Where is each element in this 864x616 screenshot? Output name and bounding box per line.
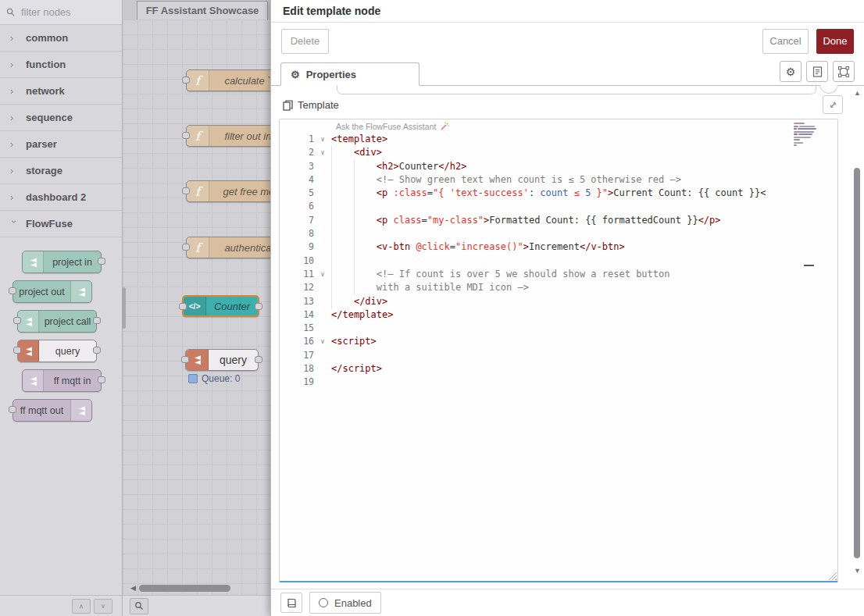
workspace-tab-bar: FF Assistant Showcase (123, 0, 270, 20)
edit-node-dialog: Edit template node Delete Cancel Done ⚙ … (270, 0, 864, 616)
node-description-button[interactable] (806, 61, 828, 82)
done-button[interactable]: Done (816, 29, 854, 54)
node-port-left[interactable] (9, 287, 16, 294)
node-port-left[interactable] (179, 303, 187, 310)
palette-node-project-out[interactable]: project out (12, 280, 92, 303)
palette-category-flowfuse[interactable]: › FlowFuse (0, 211, 122, 237)
code-line: 17 (280, 349, 837, 362)
palette-category-label: common (26, 32, 68, 44)
palette-category-storage[interactable]: › storage (0, 158, 122, 184)
palette-node-project-call[interactable]: project call (17, 310, 97, 333)
palette-category-sequence[interactable]: › sequence (0, 105, 122, 131)
code-line: 10 (280, 255, 837, 268)
node-port-left[interactable] (9, 406, 16, 413)
canvas-node-icon-box: f (187, 126, 209, 146)
canvas-zoom-button[interactable] (130, 598, 148, 614)
palette-filter-input[interactable] (20, 5, 109, 19)
code-line: 8 (280, 227, 837, 240)
dialog-scroll-down-arrow[interactable]: ▼ (854, 567, 861, 575)
palette-collapse-all-button[interactable]: ∧ (72, 599, 91, 614)
palette-node-label: project in (44, 251, 101, 272)
workspace-tab[interactable]: FF Assistant Showcase (137, 1, 268, 20)
node-docs-button[interactable] (280, 593, 302, 613)
canvas-hscroll-thumb[interactable] (139, 585, 230, 592)
dialog-title: Edit template node (271, 0, 864, 23)
node-enabled-toggle[interactable]: Enabled (309, 592, 381, 614)
dialog-scroll-up-arrow[interactable]: ▲ (854, 89, 861, 97)
code-line: 2∨ <div> (280, 146, 837, 159)
flowfuse-logo-icon (191, 354, 202, 365)
enabled-label: Enabled (334, 597, 372, 609)
editor-expand-button[interactable] (823, 95, 843, 114)
canvas-node-counter[interactable]: </> Counter (182, 295, 259, 317)
palette-category-network[interactable]: › network (0, 78, 122, 105)
scrolled-form-toggle[interactable] (819, 85, 838, 94)
node-port-left[interactable] (182, 77, 190, 84)
node-port-left[interactable] (182, 244, 190, 251)
canvas-node-query[interactable]: query (185, 349, 259, 371)
palette-node-ff-mqtt-in[interactable]: ff mqtt in (22, 369, 102, 392)
palette-category-label: function (26, 59, 66, 70)
node-port-right[interactable] (255, 303, 262, 310)
flowfuse-logo-icon (76, 405, 87, 416)
document-icon (812, 66, 823, 77)
chevron-right-icon: › (10, 59, 18, 70)
node-port-right[interactable] (255, 356, 262, 363)
palette-node-project-in[interactable]: project in (22, 251, 102, 273)
canvas-node-icon-box: f (187, 70, 209, 91)
chevron-right-icon: › (9, 220, 20, 228)
canvas-node-label: query (209, 350, 258, 370)
node-port-left[interactable] (182, 132, 190, 139)
palette-filter[interactable] (0, 0, 122, 25)
scrolled-form-field[interactable] (337, 85, 816, 94)
chevron-right-icon: › (10, 112, 18, 123)
palette-category-dashboard-2[interactable]: › dashboard 2 (0, 184, 122, 211)
palette-category-common[interactable]: › common (0, 25, 122, 52)
tab-properties[interactable]: ⚙ Properties (280, 62, 420, 86)
palette-expand-all-button[interactable]: ∨ (94, 599, 112, 614)
cancel-button[interactable]: Cancel (762, 29, 809, 54)
node-port-left[interactable] (182, 187, 190, 194)
node-port-right[interactable] (93, 347, 101, 354)
template-code-editor[interactable]: Ask the FlowFuse Assistant 1∨<template>2… (279, 119, 838, 582)
dialog-content: Template Ask the FlowFuse Assistant (271, 85, 864, 589)
palette-node-query[interactable]: query (17, 340, 97, 362)
palette-footer: ∧ ∨ (0, 595, 122, 616)
canvas-node-icon-box: f (187, 237, 209, 258)
assistant-hint[interactable]: Ask the FlowFuse Assistant (336, 122, 449, 131)
appearance-frame-icon (838, 66, 849, 77)
palette-category-parser[interactable]: › parser (0, 131, 122, 158)
code-line: 12 with a suitible MDI icon —> (280, 281, 837, 294)
code-line: 11∨ <!— If count is over 5 we should sho… (280, 268, 837, 281)
code-line: 5 <p :class="{ 'text-success': count ≤ 5… (280, 187, 837, 200)
node-port-right[interactable] (93, 317, 101, 324)
flow-canvas[interactable]: f calculate `pay f filter out inacti f g… (123, 20, 270, 595)
dialog-scrollbar-thumb[interactable] (854, 168, 860, 558)
canvas-node-authenticateu[interactable]: f authenticateU (186, 237, 270, 258)
code-line: 13 </div> (280, 295, 837, 308)
canvas-node-calculate-pay[interactable]: f calculate `pay (186, 69, 270, 91)
delete-button[interactable]: Delete (281, 29, 329, 54)
gear-icon: ⚙ (786, 66, 796, 78)
chevron-right-icon: › (10, 86, 18, 97)
node-port-right[interactable] (98, 258, 105, 265)
palette-node-label: ff mqtt in (44, 370, 101, 391)
node-port-left[interactable] (13, 317, 21, 324)
palette-node-ff-mqtt-out[interactable]: ff mqtt out (12, 399, 92, 422)
palette-scrollbar-thumb[interactable] (122, 287, 126, 329)
dialog-toolbar: ⚙ (780, 61, 855, 82)
canvas-node-label: filter out inacti (209, 126, 270, 146)
palette-category-function[interactable]: › function (0, 52, 122, 78)
status-dot-icon (188, 374, 198, 383)
wand-icon (440, 122, 449, 131)
node-port-left[interactable] (181, 356, 189, 363)
canvas-node-get-free-memo[interactable]: f get free memo (186, 180, 270, 202)
palette-category-label: dashboard 2 (26, 191, 86, 203)
canvas-hscroll-left-arrow[interactable]: ◀ (130, 584, 136, 592)
palette-node-label: project call (39, 311, 96, 332)
node-port-right[interactable] (98, 376, 105, 383)
node-settings-button[interactable]: ⚙ (780, 61, 802, 82)
node-port-left[interactable] (13, 347, 21, 354)
canvas-node-filter-out-inacti[interactable]: f filter out inacti (186, 125, 270, 147)
node-appearance-button[interactable] (833, 61, 855, 82)
